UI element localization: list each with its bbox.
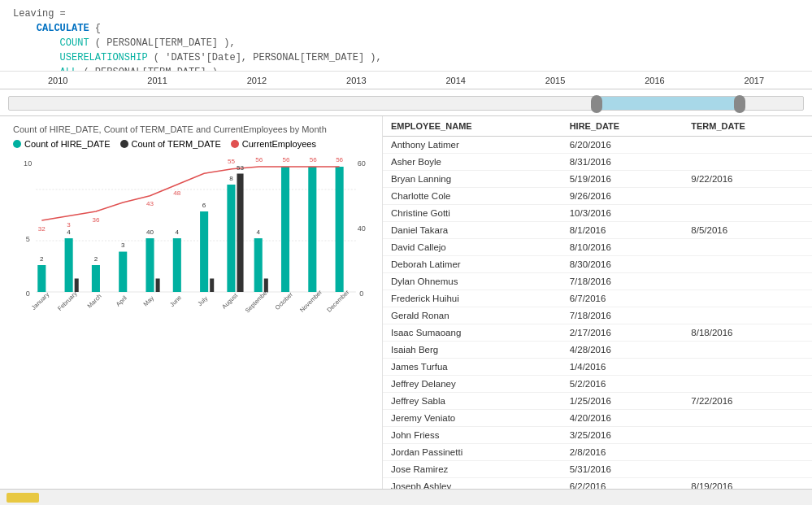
- table-cell-hire-date: 8/31/2016: [562, 154, 684, 171]
- bar-hire-jul: [200, 211, 208, 292]
- table-cell-employee-name: Daniel Takara: [383, 222, 562, 239]
- table-cell-term-date: [683, 444, 812, 461]
- table-cell-term-date: [683, 256, 812, 273]
- timeline-handle-left[interactable]: [591, 95, 602, 113]
- table-row: Frederick Huihui6/7/2016: [383, 290, 812, 307]
- bar-hire-nov: [308, 167, 316, 292]
- table-scroll[interactable]: EMPLOYEE_NAME HIRE_DATE TERM_DATE Anthon…: [383, 116, 812, 489]
- col-header-term-date: TERM_DATE: [683, 116, 812, 137]
- bar-hire-oct: [281, 167, 289, 292]
- table-row: Christine Gotti10/3/2016: [383, 205, 812, 222]
- table-row: Joseph Ashley6/2/20168/19/2016: [383, 478, 812, 490]
- year-2016: 2016: [605, 76, 704, 85]
- table-cell-employee-name: Gerald Ronan: [383, 307, 562, 324]
- svg-text:February: February: [56, 290, 79, 312]
- bar-hire-feb: [65, 238, 73, 292]
- code-line-1: Leaving =: [13, 7, 799, 21]
- svg-text:32: 32: [38, 225, 46, 233]
- table-cell-employee-name: Deborah Latimer: [383, 256, 562, 273]
- legend-dot-hire: [13, 140, 21, 148]
- svg-text:8: 8: [229, 175, 233, 182]
- table-cell-hire-date: 1/4/2016: [562, 359, 684, 376]
- svg-text:3: 3: [121, 242, 125, 249]
- table-cell-hire-date: 7/18/2016: [562, 307, 684, 324]
- col-header-hire-date: HIRE_DATE: [562, 116, 684, 137]
- bar-term-feb: [75, 279, 79, 293]
- svg-text:36: 36: [92, 216, 100, 224]
- svg-text:5: 5: [26, 235, 30, 243]
- table-row: Isaiah Berg4/28/2016: [383, 342, 812, 359]
- table-cell-term-date: 8/18/2016: [683, 324, 812, 342]
- year-2015: 2015: [506, 76, 605, 85]
- table-row: Gerald Ronan7/18/2016: [383, 307, 812, 324]
- svg-text:4: 4: [256, 229, 260, 236]
- code-panel: Leaving = CALCULATE { COUNT ( PERSONAL[T…: [0, 0, 812, 72]
- table-row: Anthony Latimer6/20/2016: [383, 137, 812, 154]
- table-cell-employee-name: Anthony Latimer: [383, 137, 562, 154]
- svg-text:43: 43: [146, 200, 154, 207]
- table-row: Bryan Lanning5/19/20169/22/2016: [383, 171, 812, 188]
- svg-text:40: 40: [358, 224, 366, 233]
- bar-hire-mar: [92, 265, 100, 292]
- table-cell-employee-name: Asher Boyle: [383, 154, 562, 171]
- table-row: David Callejo8/10/2016: [383, 239, 812, 256]
- timeline-track[interactable]: [8, 96, 804, 111]
- table-cell-term-date: [683, 410, 812, 427]
- legend-dot-current: [231, 140, 239, 148]
- svg-text:56: 56: [283, 156, 291, 163]
- svg-text:March: March: [86, 293, 103, 310]
- svg-text:56: 56: [336, 156, 344, 163]
- table-cell-term-date: [683, 427, 812, 444]
- legend-hire-date: Count of HIRE_DATE: [13, 139, 111, 149]
- year-2010: 2010: [8, 76, 107, 85]
- bar-term-jul: [210, 279, 214, 293]
- table-cell-hire-date: 10/3/2016: [562, 205, 684, 222]
- svg-text:0: 0: [359, 290, 363, 298]
- svg-text:53: 53: [237, 164, 245, 172]
- table-cell-term-date: [683, 461, 812, 478]
- year-2012: 2012: [207, 76, 306, 85]
- table-row: Jordan Passinetti2/8/2016: [383, 444, 812, 461]
- table-cell-term-date: [683, 205, 812, 222]
- table-cell-hire-date: 9/26/2016: [562, 188, 684, 205]
- svg-text:3: 3: [67, 221, 71, 229]
- table-cell-hire-date: 6/7/2016: [562, 290, 684, 307]
- table-cell-hire-date: 8/1/2016: [562, 222, 684, 239]
- table-cell-employee-name: Jordan Passinetti: [383, 444, 562, 461]
- year-2017: 2017: [705, 76, 804, 85]
- table-cell-hire-date: 5/2/2016: [562, 376, 684, 393]
- table-cell-hire-date: 7/18/2016: [562, 273, 684, 290]
- bar-hire-apr: [119, 252, 127, 293]
- table-cell-hire-date: 2/17/2016: [562, 324, 684, 342]
- table-cell-hire-date: 5/19/2016: [562, 171, 684, 188]
- table-cell-hire-date: 4/28/2016: [562, 342, 684, 359]
- chart-title: Count of HIRE_DATE, Count of TERM_DATE a…: [13, 124, 374, 134]
- table-cell-employee-name: Jeffrey Delaney: [383, 376, 562, 393]
- table-cell-term-date: [683, 359, 812, 376]
- table-cell-term-date: 9/22/2016: [683, 171, 812, 188]
- table-cell-employee-name: Dylan Ohnemus: [383, 273, 562, 290]
- svg-text:August: August: [220, 291, 240, 310]
- svg-text:January: January: [30, 290, 51, 311]
- timeline-slider-row[interactable]: [0, 89, 812, 116]
- legend-dot-term: [120, 140, 128, 148]
- legend-label-term: Count of TERM_DATE: [132, 139, 221, 149]
- bottom-bar: [0, 489, 812, 505]
- table-body: Anthony Latimer6/20/2016Asher Boyle8/31/…: [383, 137, 812, 490]
- table-cell-employee-name: Frederick Huihui: [383, 290, 562, 307]
- table-cell-employee-name: Jose Ramirez: [383, 461, 562, 478]
- table-cell-term-date: [683, 290, 812, 307]
- bar-term-may: [156, 279, 160, 293]
- current-employees-line: [41, 167, 339, 220]
- table-cell-term-date: 8/19/2016: [683, 478, 812, 490]
- table-row: James Turfua1/4/2016: [383, 359, 812, 376]
- table-cell-term-date: [683, 137, 812, 154]
- code-line-4: USERELATIONSHIP ( 'DATES'[Date], PERSONA…: [13, 50, 799, 65]
- svg-text:4: 4: [67, 229, 71, 236]
- table-cell-term-date: [683, 188, 812, 205]
- main-content: Count of HIRE_DATE, Count of TERM_DATE a…: [0, 116, 812, 489]
- timeline-handle-right[interactable]: [734, 95, 745, 113]
- table-cell-hire-date: 8/30/2016: [562, 256, 684, 273]
- legend-term-date: Count of TERM_DATE: [120, 139, 221, 149]
- chart-wrapper: 10 5 0 60 40 0: [13, 154, 374, 316]
